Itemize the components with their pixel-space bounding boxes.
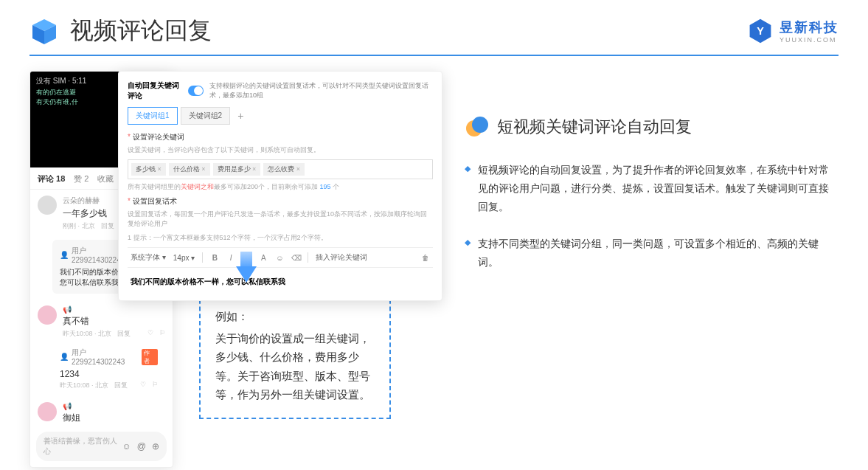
meta-time: 昨天10:08 · 北京 — [60, 381, 108, 390]
color-icon[interactable]: A — [259, 254, 268, 262]
example-body: 关于询价的设置成一组关键词，多少钱、什么价格，费用多少等。关于咨询班型、版本、型… — [215, 329, 375, 404]
example-box: 例如： 关于询价的设置成一组关键词，多少钱、什么价格，费用多少等。关于咨询班型、… — [199, 292, 391, 419]
caption-line: 有天仍有谁,什 — [36, 97, 78, 107]
dislike-icon[interactable]: ⚐ — [152, 381, 158, 390]
dislike-icon[interactable]: ⚐ — [159, 329, 165, 339]
comment-user: 📢 — [63, 305, 165, 314]
chip[interactable]: 多少钱 — [131, 163, 166, 176]
panel-desc: 支持根据评论的关键词设置回复话术，可以针对不同类型关键词设置回复话术，最多添加1… — [209, 81, 433, 100]
input-icons: ☺ @ ⊕ — [122, 441, 159, 452]
svg-text:Y: Y — [757, 25, 764, 37]
keyword-group-tabs: 关键词组1 关键词组2 + — [128, 107, 433, 125]
svg-point-6 — [472, 117, 488, 133]
keyword-chips[interactable]: 多少钱 什么价格 费用是多少 怎么收费 — [128, 159, 433, 179]
comment-text: 真不错 — [63, 315, 165, 328]
eraser-icon[interactable]: ⌫ — [291, 254, 300, 262]
heart-icon[interactable]: ♡ — [147, 329, 153, 339]
section-title: 短视频关键词评论自动回复 — [497, 116, 692, 138]
panel-header: 自动回复关键词评论 支持根据评论的关键词设置回复话术，可以针对不同类型关键词设置… — [128, 80, 433, 101]
avatar — [38, 402, 57, 421]
tab-fav[interactable]: 收藏 — [97, 173, 114, 184]
header-left: 视频评论回复 — [29, 15, 212, 47]
tab-group-2[interactable]: 关键词组2 — [181, 107, 231, 125]
field-reply-hint2: 1 提示：一个富文本框最多支持512个字符，一个汉字占用2个字符。 — [128, 233, 433, 243]
logo-cube-icon: Y — [747, 18, 774, 44]
caption-line: 有的仍在逃避 — [36, 88, 78, 97]
logo-url: YUUXIN.COM — [780, 36, 839, 44]
meta-time: 刚刚 · 北京 — [63, 221, 95, 231]
comment-meta: 昨天10:08 · 北京 回复 ♡ ⚐ — [63, 329, 165, 339]
reply-head: 👤 用户2299214302243 作者 — [60, 348, 158, 366]
bold-icon[interactable]: B — [210, 254, 219, 262]
video-caption: 有的仍在逃避 有天仍有谁,什 — [36, 88, 78, 106]
size-select[interactable]: 14px ▾ — [173, 254, 195, 262]
tab-group-1[interactable]: 关键词组1 — [128, 107, 178, 125]
field-keywords-label: 设置评论关键词 — [128, 132, 433, 142]
italic-icon[interactable]: I — [226, 254, 235, 262]
reply-user: 用户2299214302243 — [72, 348, 139, 366]
tab-comments[interactable]: 评论 18 — [38, 173, 65, 184]
reply-link[interactable]: 回复 — [117, 329, 131, 339]
reply-link[interactable]: 回复 — [114, 381, 128, 390]
emoji-icon[interactable]: ☺ — [275, 254, 284, 262]
panel-title: 自动回复关键词评论 — [128, 80, 182, 101]
sub-reply: 👤 用户2299214302243 作者 1234 昨天10:08 · 北京 回… — [52, 348, 165, 390]
illustration-area: 没有 SIM · 5:11 有的仍在逃避 有天仍有谁,什 评论 18 赞 2 收… — [29, 71, 442, 289]
editor-toolbar: 系统字体 ▾ 14px ▾ B I U A ☺ ⌫ 插入评论关键词 🗑 — [128, 247, 433, 268]
comment-item: 📢 真不错 昨天10:08 · 北京 回复 ♡ ⚐ — [30, 300, 173, 345]
field-keywords-hint: 设置关键词，当评论内容包含了以下关键词，则系统可自动回复。 — [128, 145, 433, 155]
bubble-icon — [465, 115, 488, 139]
comment-meta: 昨天10:08 · 北京 回复 ♡ ⚐ — [60, 381, 158, 390]
font-select[interactable]: 系统字体 ▾ — [131, 252, 166, 263]
field-reply-hint: 设置回复话术，每回复一个用户评论只发送一条话术，最多支持设置10条不同话术，按添… — [128, 210, 433, 229]
brand-logo: Y 昱新科技 YUUXIN.COM — [747, 18, 839, 44]
description-area: 短视频关键词评论自动回复 短视频评论的自动回复设置，为了提升作者的评论回复效率，… — [465, 71, 839, 289]
avatar — [38, 305, 57, 325]
cube-icon — [29, 16, 59, 46]
settings-panel: 自动回复关键词评论 支持根据评论的关键词设置回复话术，可以针对不同类型关键词设置… — [118, 71, 442, 301]
field-reply-label: 设置回复话术 — [128, 196, 433, 207]
comment-text: 1234 — [60, 369, 158, 379]
keyword-sum-hint: 所有关键词组里的关键词之和最多可添加200个，目前剩余可添加 195 个 — [128, 182, 433, 192]
section-header: 短视频关键词评论自动回复 — [465, 115, 839, 139]
emoji-icon[interactable]: ☺ — [122, 441, 131, 452]
chip[interactable]: 什么价格 — [169, 163, 210, 176]
page-header: 视频评论回复 Y 昱新科技 YUUXIN.COM — [0, 0, 868, 55]
reply-link[interactable]: 回复 — [101, 221, 114, 231]
tab-likes[interactable]: 赞 2 — [74, 173, 88, 184]
gift-icon[interactable]: ⊕ — [152, 441, 159, 452]
add-group-button[interactable]: + — [233, 110, 248, 122]
input-placeholder: 善语结善缘，恶言伤人心 — [44, 436, 122, 457]
delete-icon[interactable]: 🗑 — [421, 254, 430, 262]
example-title: 例如： — [215, 307, 375, 326]
meta-time: 昨天10:08 · 北京 — [63, 329, 111, 339]
chip[interactable]: 怎么收费 — [263, 163, 305, 176]
comment-user: 📢 — [63, 402, 165, 410]
avatar — [38, 196, 57, 215]
chip[interactable]: 费用是多少 — [213, 163, 261, 176]
comment-input[interactable]: 善语结善缘，恶言伤人心 ☺ @ ⊕ — [36, 432, 167, 461]
author-badge: 作者 — [142, 349, 158, 365]
bullet-item: 支持不同类型的关键词分组，同一类问题，可设置多个相近的、高频的关键词。 — [465, 235, 839, 272]
logo-text: 昱新科技 YUUXIN.COM — [780, 18, 839, 44]
comment-text: 御姐 — [63, 412, 165, 424]
comment-item: 📢 御姐 — [30, 396, 173, 426]
insert-keyword-button[interactable]: 插入评论关键词 — [316, 252, 367, 263]
editor-content[interactable]: 我们不同的版本价格不一样，您可以私信联系我 — [128, 272, 433, 291]
bullet-item: 短视频评论的自动回复设置，为了提升作者的评论回复效率，在系统中针对常见的评论用户… — [465, 161, 839, 217]
arrow-down-icon — [236, 266, 257, 283]
heart-icon[interactable]: ♡ — [140, 381, 146, 390]
toggle-switch[interactable] — [188, 86, 204, 96]
page-title: 视频评论回复 — [70, 15, 212, 47]
user-icon: 👤 — [60, 353, 69, 361]
logo-name: 昱新科技 — [780, 18, 839, 36]
user-icon: 👤 — [60, 251, 69, 259]
at-icon[interactable]: @ — [137, 441, 146, 452]
